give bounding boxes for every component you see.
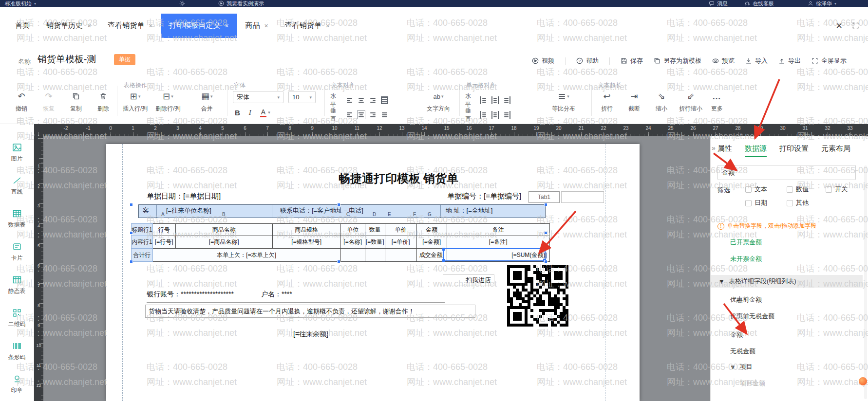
valign-bottom-icon[interactable] xyxy=(369,111,377,119)
customer-address-field[interactable]: 地 址：[=全地址] xyxy=(446,206,492,215)
customer-name-field[interactable]: [=往来单位名称] xyxy=(166,206,211,215)
field-cell[interactable]: [=规格型号] xyxy=(272,236,340,249)
row-label-total[interactable]: 合计行 xyxy=(132,249,153,262)
filter-switch-checkbox[interactable]: 开关 xyxy=(826,185,848,194)
empty-cell[interactable] xyxy=(365,249,385,262)
preview-button[interactable]: 预览 xyxy=(712,56,735,65)
video-button[interactable]: 视频 xyxy=(532,56,554,65)
distribute-evenly-button[interactable]: ▾ 等比分布 xyxy=(552,91,575,113)
italic-button[interactable]: I xyxy=(249,109,251,117)
detail-table[interactable]: 标题行1 行号 商品名称 商品规格 单位 数量 单价 金额 备注 内容行1 [=… xyxy=(131,223,550,262)
header-cell[interactable]: 行号 xyxy=(152,224,175,236)
collapse-panel-icon[interactable]: » xyxy=(712,144,716,152)
header-cell[interactable]: 商品名称 xyxy=(175,224,272,236)
tab-properties[interactable]: 属性 xyxy=(717,144,732,153)
resize-handle[interactable] xyxy=(130,260,133,263)
align-justify-icon[interactable] xyxy=(381,96,388,104)
field-cell[interactable]: [=单价] xyxy=(385,236,416,249)
template-page[interactable]: 畅捷通打印模板 销货单 单据日期：[=单据日期] 单据编号：[=单据编号] Ta… xyxy=(106,144,640,401)
row-label-content[interactable]: 内容行1 xyxy=(132,236,153,249)
tool-image[interactable]: 图片 xyxy=(2,138,32,167)
save-button[interactable]: 保存 xyxy=(621,56,643,65)
doc-date-field[interactable]: 单据日期：[=单据日期] xyxy=(147,192,221,201)
doc-number-field[interactable]: 单据编号：[=单据编号] xyxy=(447,192,521,201)
section-detail-fields[interactable]: ▼表格详细字段(明细列表) xyxy=(711,275,863,288)
save-as-template-button[interactable]: 另存为新模板 xyxy=(654,56,701,65)
filter-other-checkbox[interactable]: 其他 xyxy=(787,199,809,207)
tab-close-icon[interactable]: × xyxy=(149,22,152,30)
field-project-amount[interactable]: 项目金额 xyxy=(740,379,765,388)
wrap-text-button[interactable]: ↩折行 xyxy=(597,91,617,113)
resize-handle[interactable] xyxy=(544,260,547,263)
align-right-icon[interactable] xyxy=(369,96,377,104)
field-cell[interactable]: [=商品名称] xyxy=(175,236,272,249)
balance-field[interactable]: [=往来余额] xyxy=(293,330,328,339)
tab-goods[interactable]: 商品× xyxy=(237,14,277,38)
header-cell[interactable]: 商品规格 xyxy=(272,224,340,236)
field-invoiced-amount[interactable]: 已开票金额 xyxy=(730,238,762,247)
messages-link[interactable]: 消息 xyxy=(709,0,728,7)
template-name[interactable]: 销货单模板-测 xyxy=(38,53,96,66)
sum-amount-cell[interactable]: [=SUM(金额)] xyxy=(447,249,549,262)
export-button[interactable]: 导出 xyxy=(778,56,801,65)
shrink-text-button[interactable]: ⇘缩小 xyxy=(652,91,671,113)
tab-print-template[interactable]: 打印模板自定义× xyxy=(161,14,237,38)
scan-shop-label[interactable]: 扫我进店 xyxy=(443,274,494,286)
insert-row-col-button[interactable]: ⊞▾插入行/列 xyxy=(123,91,148,113)
tab-close-icon[interactable]: × xyxy=(225,22,228,30)
cell-align-left-icon[interactable] xyxy=(480,96,488,104)
tab-home[interactable]: 首页 xyxy=(7,14,38,38)
user-menu[interactable]: 徐泽华▾ xyxy=(808,0,836,7)
tab-element-layout[interactable]: 元素布局 xyxy=(821,144,850,153)
copy-button[interactable]: 复制 xyxy=(66,91,86,113)
floating-help-button[interactable] xyxy=(859,377,867,385)
demo-link[interactable]: 我要看实例演示 xyxy=(218,0,264,7)
filter-number-checkbox[interactable]: 数值 xyxy=(787,185,809,194)
bold-button[interactable]: B xyxy=(235,109,240,117)
redo-button[interactable]: ↷恢复 xyxy=(39,91,58,113)
total-label-cell[interactable]: 成交金额: xyxy=(416,249,447,262)
template-title[interactable]: 畅捷通打印模板 销货单 xyxy=(252,171,545,186)
tab-print-settings[interactable]: 打印设置 xyxy=(779,144,809,153)
valign-justify-icon[interactable] xyxy=(381,111,388,119)
row-label-header[interactable]: 标题行1 xyxy=(132,224,153,236)
tool-line[interactable]: 直线 xyxy=(2,171,32,200)
header-cell[interactable]: 金额 xyxy=(416,224,447,236)
tab-close-icon[interactable]: × xyxy=(87,22,91,30)
product-switcher[interactable]: 标准版初始▾ xyxy=(5,0,36,7)
resize-handle[interactable] xyxy=(337,260,340,263)
section-project[interactable]: ▼项目 xyxy=(730,363,753,371)
tool-seal[interactable]: 印章 xyxy=(2,370,32,399)
tab-sales-history[interactable]: 销货单历史× xyxy=(38,14,99,38)
cell-valign-bottom-icon[interactable] xyxy=(503,111,510,119)
font-color-button[interactable]: A▾ xyxy=(260,108,270,117)
undo-button[interactable]: ↶撤销 xyxy=(12,91,31,113)
field-search-input[interactable] xyxy=(717,165,856,180)
table-tab-label[interactable]: Tab1 xyxy=(528,191,560,203)
filter-date-checkbox[interactable]: 日期 xyxy=(745,199,767,207)
field-uninvoiced-amount[interactable]: 未开票金额 xyxy=(730,255,762,263)
cell-valign-top-icon[interactable] xyxy=(480,111,488,119)
field-notax-amount[interactable]: 无税金额 xyxy=(730,347,755,356)
font-family-select[interactable]: 宋体▾ xyxy=(233,91,283,103)
tool-card[interactable]: 卡片 xyxy=(2,237,32,267)
delete-button[interactable]: 删除 xyxy=(94,91,113,113)
customer-label[interactable]: 客 xyxy=(143,206,149,215)
filter-text-checkbox[interactable]: 文本 xyxy=(745,185,767,194)
tool-qrcode[interactable]: 二维码 xyxy=(2,304,32,333)
resize-handle[interactable] xyxy=(337,203,340,206)
truncate-text-button[interactable]: ⇥截断 xyxy=(624,91,644,113)
close-icon[interactable]: × xyxy=(836,20,842,31)
field-cell[interactable]: [=备注] xyxy=(447,236,549,249)
customer-info-row[interactable]: 客 [=往来单位名称] 联系电话：[=客户地址－电话] 地 址：[=全地址] A… xyxy=(138,204,546,218)
settings-gear-icon[interactable] xyxy=(179,0,185,7)
field-pre-discount-notax-amount[interactable]: 优惠前无税金额 xyxy=(730,312,774,321)
restore-window-icon[interactable] xyxy=(852,22,859,29)
valign-middle-icon[interactable] xyxy=(358,111,365,119)
align-left-icon[interactable] xyxy=(346,96,353,104)
resize-handle[interactable] xyxy=(130,203,133,206)
header-cell[interactable]: 单位 xyxy=(340,224,365,236)
tool-data-table[interactable]: 数据表 xyxy=(2,204,32,234)
total-left-cell[interactable]: 本单上欠：[=本单上欠] xyxy=(152,249,340,262)
tab-close-icon[interactable]: × xyxy=(264,22,268,30)
